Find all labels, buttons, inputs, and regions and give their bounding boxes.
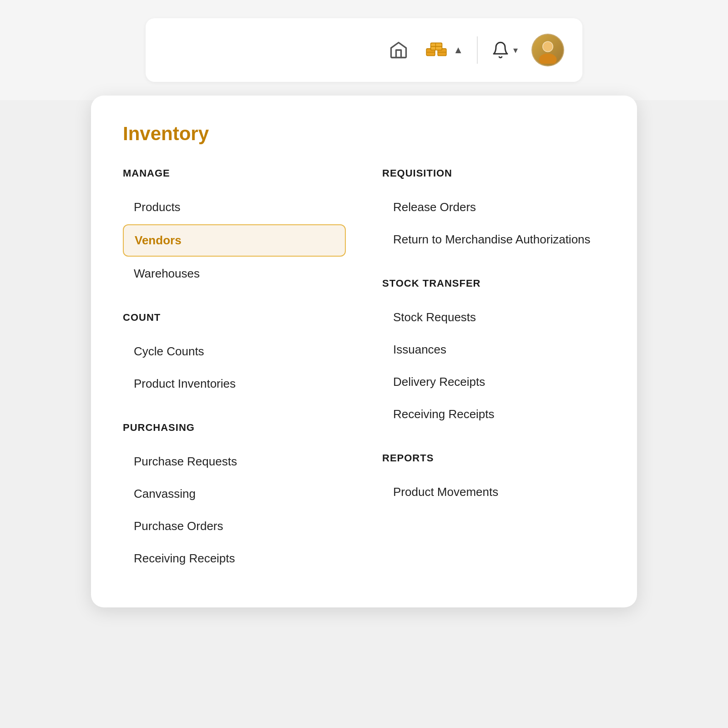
warehouses-item[interactable]: Warehouses	[123, 258, 346, 289]
transfer-receiving-receipts-item[interactable]: Receiving Receipts	[382, 399, 605, 430]
inventory-dropdown: Inventory MANAGE Products Vendors Wareho…	[91, 96, 637, 607]
purchase-orders-item[interactable]: Purchase Orders	[123, 511, 346, 541]
product-inventories-item[interactable]: Product Inventories	[123, 369, 346, 399]
stock-transfer-header: STOCK TRANSFER	[382, 278, 605, 289]
rma-item[interactable]: Return to Merchandise Authorizations	[382, 224, 605, 255]
right-column: REQUISITION Release Orders Return to Mer…	[382, 167, 605, 576]
products-item[interactable]: Products	[123, 192, 346, 222]
issuances-item[interactable]: Issuances	[382, 334, 605, 365]
navbar: ▲ ▾	[0, 0, 728, 100]
bell-chevron-icon: ▾	[513, 45, 518, 56]
inventory-nav-button[interactable]: ▲	[425, 39, 463, 61]
navbar-inner: ▲ ▾	[146, 18, 582, 82]
notifications-bell[interactable]: ▾	[491, 41, 518, 59]
stock-transfer-section: STOCK TRANSFER Stock Requests Issuances …	[382, 278, 605, 430]
inventory-chevron-icon: ▲	[453, 44, 463, 56]
count-section: COUNT Cycle Counts Product Inventories	[123, 312, 346, 399]
product-movements-item[interactable]: Product Movements	[382, 477, 605, 507]
requisition-header: REQUISITION	[382, 167, 605, 179]
dropdown-container: Inventory MANAGE Products Vendors Wareho…	[0, 96, 728, 607]
stock-requests-item[interactable]: Stock Requests	[382, 302, 605, 333]
dropdown-columns: MANAGE Products Vendors Warehouses COUNT…	[123, 167, 605, 576]
cycle-counts-item[interactable]: Cycle Counts	[123, 336, 346, 367]
home-icon[interactable]	[386, 37, 411, 63]
dropdown-title: Inventory	[123, 123, 605, 145]
svg-point-8	[539, 54, 557, 64]
vendors-item[interactable]: Vendors	[123, 224, 346, 257]
manage-section: MANAGE Products Vendors Warehouses	[123, 167, 346, 289]
requisition-section: REQUISITION Release Orders Return to Mer…	[382, 167, 605, 255]
purchasing-section: PURCHASING Purchase Requests Canvassing …	[123, 422, 346, 574]
purchase-requests-item[interactable]: Purchase Requests	[123, 446, 346, 477]
canvassing-item[interactable]: Canvassing	[123, 479, 346, 509]
left-column: MANAGE Products Vendors Warehouses COUNT…	[123, 167, 346, 576]
user-avatar[interactable]	[531, 34, 564, 66]
purchasing-header: PURCHASING	[123, 422, 346, 434]
purchasing-receiving-receipts-item[interactable]: Receiving Receipts	[123, 543, 346, 574]
count-header: COUNT	[123, 312, 346, 324]
svg-point-9	[543, 42, 553, 51]
reports-header: REPORTS	[382, 452, 605, 464]
delivery-receipts-item[interactable]: Delivery Receipts	[382, 367, 605, 397]
reports-section: REPORTS Product Movements	[382, 452, 605, 507]
avatar-image	[532, 35, 563, 66]
release-orders-item[interactable]: Release Orders	[382, 192, 605, 222]
nav-divider	[477, 36, 478, 64]
manage-header: MANAGE	[123, 167, 346, 179]
